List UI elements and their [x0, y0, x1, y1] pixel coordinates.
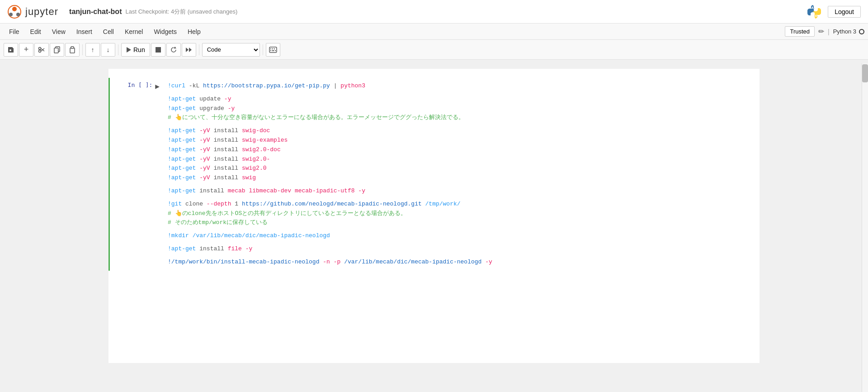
- move-down-button[interactable]: ↓: [101, 43, 115, 57]
- menu-bar: File Edit View Insert Cell Kernel Widget…: [0, 24, 868, 40]
- code-text-12b: 1: [235, 201, 242, 207]
- code-cmd-12: !git: [168, 201, 182, 207]
- menu-view[interactable]: View: [47, 25, 71, 38]
- cell-type-select[interactable]: Code Markdown Raw NBConvert: [202, 43, 260, 57]
- code-flag-3: -y: [228, 105, 235, 112]
- copy-button[interactable]: [50, 43, 64, 57]
- stop-icon: [156, 47, 161, 53]
- code-path-17: /var/lib/mecab/dic/mecab-ipadic-neologd: [344, 258, 481, 265]
- menu-widgets[interactable]: Widgets: [148, 25, 182, 38]
- separator-4: [263, 44, 263, 55]
- spacer-3: [168, 183, 756, 186]
- code-pkg-6: swig-examples: [242, 137, 288, 143]
- code-cmd-16: !apt-get: [168, 245, 196, 252]
- save-button[interactable]: [4, 43, 18, 57]
- menu-edit[interactable]: Edit: [25, 25, 47, 38]
- keyboard-shortcuts-button[interactable]: [266, 43, 280, 57]
- svg-point-3: [16, 13, 20, 16]
- code-flag-11: -y: [358, 187, 365, 194]
- scrollbar-thumb[interactable]: [862, 64, 868, 82]
- scrollbar[interactable]: [862, 63, 868, 392]
- spacer-4: [168, 196, 756, 200]
- code-line-6: !apt-get -yV install swig-examples: [168, 136, 756, 145]
- code-line-2: !apt-get update -y: [168, 95, 756, 104]
- python-logo-icon: [806, 4, 822, 20]
- notebook-title[interactable]: tanjun-chat-bot: [69, 8, 122, 16]
- code-op-1: -kL: [189, 82, 203, 89]
- separator-2: [118, 44, 118, 55]
- code-pkg-8: swig2.0-: [242, 156, 270, 163]
- code-py-1: python3: [340, 82, 365, 89]
- svg-point-7: [39, 50, 41, 52]
- logout-button[interactable]: Logout: [828, 6, 861, 18]
- svg-marker-17: [189, 48, 192, 52]
- code-flag-6: -yV: [199, 137, 210, 143]
- code-path-12: /tmp/work/: [425, 201, 461, 207]
- svg-rect-21: [274, 48, 275, 49]
- separator-3: [199, 44, 199, 55]
- code-path-15: /var/lib/mecab/dic/mecab-ipadic-neologd: [193, 232, 330, 239]
- code-text-6: install: [213, 137, 241, 143]
- restart-button[interactable]: [166, 43, 181, 57]
- step-next-icon[interactable]: ▶: [155, 82, 160, 91]
- cell-prompt-label: In [ ]:: [128, 81, 153, 88]
- code-flag-8: -yV: [199, 156, 210, 163]
- svg-rect-19: [270, 48, 271, 49]
- paste-button[interactable]: [65, 43, 80, 57]
- fast-forward-button[interactable]: [182, 43, 196, 57]
- code-comment-14: # そのためtmp/workに保存している: [168, 219, 268, 226]
- code-pipe-1: |: [334, 82, 341, 89]
- run-label: Run: [133, 46, 145, 53]
- add-cell-button[interactable]: +: [19, 43, 33, 57]
- toolbar: + ↑ ↓ Run: [0, 40, 868, 60]
- svg-rect-20: [272, 48, 273, 49]
- code-cmd-9: !apt-get: [168, 165, 196, 172]
- run-icon: [126, 47, 132, 53]
- arrow-down-icon: ↓: [107, 46, 110, 53]
- menu-help[interactable]: Help: [182, 25, 206, 38]
- code-cmd-7: !apt-get: [168, 146, 196, 153]
- code-line-8: !apt-get -yV install swig2.0-: [168, 155, 756, 164]
- separator: |: [828, 28, 830, 35]
- code-line-17: !/tmp/work/bin/install-mecab-ipadic-neol…: [168, 258, 756, 267]
- code-line-1: !curl -kL https://bootstrap.pypa.io/get-…: [168, 81, 756, 91]
- pencil-icon[interactable]: ✏: [818, 27, 824, 36]
- code-cmd-10: !apt-get: [168, 174, 196, 181]
- move-up-button[interactable]: ↑: [85, 43, 100, 57]
- menu-kernel[interactable]: Kernel: [119, 25, 148, 38]
- menu-cell[interactable]: Cell: [98, 25, 119, 38]
- code-text-3: upgrade: [199, 105, 227, 112]
- code-cmd-2: !apt-get: [168, 96, 196, 102]
- code-flag-17a: -n: [323, 258, 330, 265]
- run-button[interactable]: Run: [121, 43, 150, 57]
- kernel-label: Python 3: [833, 28, 856, 35]
- code-text-10: install: [213, 174, 241, 181]
- code-cmd-15: !mkdir: [168, 232, 189, 239]
- save-icon: [7, 46, 14, 53]
- trusted-button[interactable]: Trusted: [785, 26, 815, 37]
- svg-point-2: [9, 13, 13, 16]
- logo-area: jupyter: [7, 5, 58, 19]
- copy-icon: [53, 46, 61, 53]
- code-pkg-9: swig2.0: [242, 165, 267, 172]
- code-cmd-11: !apt-get: [168, 187, 196, 194]
- svg-rect-11: [54, 48, 58, 53]
- menu-file[interactable]: File: [4, 25, 25, 38]
- separator-1: [82, 44, 83, 55]
- code-line-3: !apt-get upgrade -y: [168, 104, 756, 114]
- code-line-4: # 👆について、十分な空き容量がないとエラーになる場合がある。エラーメッセージで…: [168, 113, 756, 123]
- code-cmd-1: !curl: [168, 82, 185, 89]
- code-flag-7: -yV: [199, 146, 210, 153]
- svg-rect-22: [270, 50, 271, 51]
- svg-point-1: [12, 7, 17, 11]
- code-line-13: # 👆のclone先をホストOSとの共有ディレクトリにしているとエラーとなる場合…: [168, 209, 756, 219]
- cut-button[interactable]: [34, 43, 49, 57]
- cell-code-area[interactable]: !curl -kL https://bootstrap.pypa.io/get-…: [164, 80, 760, 269]
- menu-insert[interactable]: Insert: [71, 25, 98, 38]
- code-line-9: !apt-get -yV install swig2.0: [168, 164, 756, 173]
- stop-button[interactable]: [151, 43, 165, 57]
- paste-icon: [69, 46, 76, 53]
- svg-rect-18: [269, 47, 277, 53]
- scissors-icon: [38, 46, 45, 53]
- code-flag-17c: -y: [485, 258, 492, 265]
